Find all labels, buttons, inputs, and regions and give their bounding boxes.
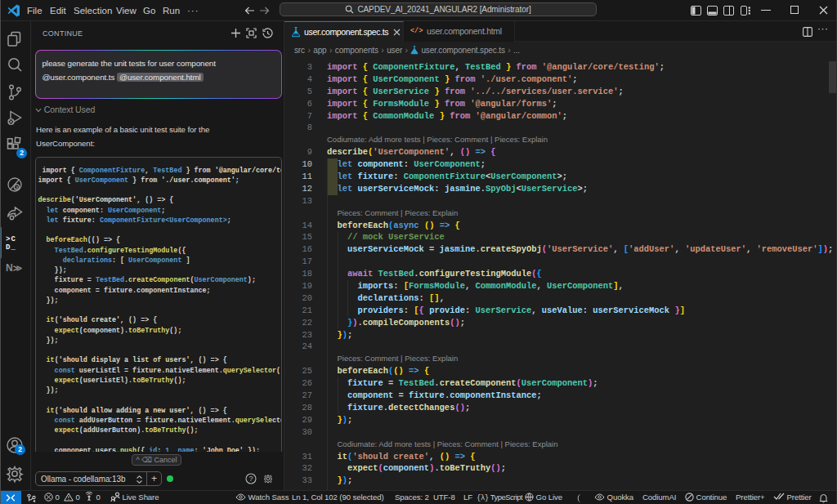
svg-text:a: a	[16, 185, 19, 190]
svg-text:?: ?	[249, 475, 253, 483]
